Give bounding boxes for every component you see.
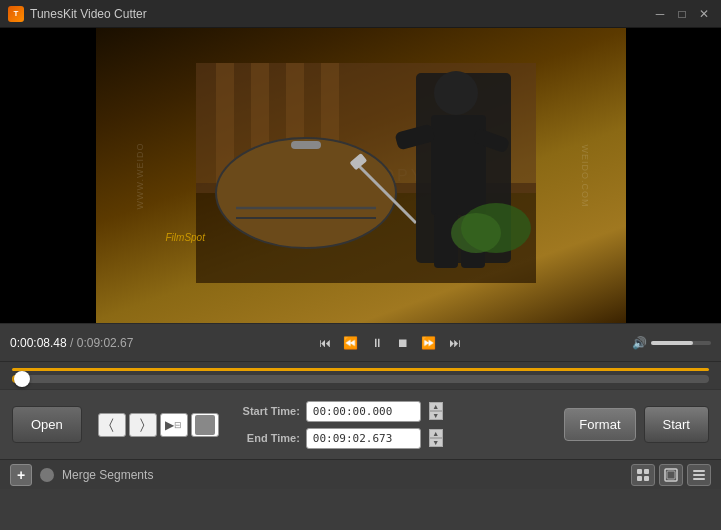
- frame-view-button[interactable]: [659, 464, 683, 486]
- stop-button[interactable]: ⏹: [391, 331, 415, 355]
- time-display: 0:00:08.48 / 0:09:02.67: [10, 336, 155, 350]
- svg-rect-29: [693, 474, 705, 476]
- maximize-button[interactable]: □: [673, 5, 691, 23]
- merge-indicator: [40, 468, 54, 482]
- volume-fill: [651, 341, 693, 345]
- watermark-right: WEIDO.COM: [579, 144, 589, 207]
- delete-segment-button[interactable]: [191, 413, 219, 437]
- status-right-buttons: [631, 464, 711, 486]
- add-segment-button[interactable]: +: [10, 464, 32, 486]
- grid-view-button[interactable]: [631, 464, 655, 486]
- svg-point-21: [451, 213, 501, 253]
- video-frame: WWW.WEIDO DON'T COPY WEIDO.COM: [96, 28, 626, 323]
- start-button[interactable]: Start: [644, 406, 709, 443]
- skip-to-start-button[interactable]: ⏮: [313, 331, 337, 355]
- svg-rect-8: [291, 141, 321, 149]
- svg-point-14: [434, 71, 478, 115]
- frame-icon: [664, 468, 678, 482]
- filmspot-watermark: FilmSpot: [166, 232, 205, 243]
- total-time: 0:09:02.67: [77, 336, 134, 350]
- step-forward-button[interactable]: ⏩: [417, 331, 441, 355]
- video-letterbox-left: [0, 28, 95, 323]
- end-time-up[interactable]: ▲: [429, 429, 443, 438]
- end-time-label: End Time:: [235, 432, 300, 444]
- list-icon: [692, 468, 706, 482]
- video-letterbox-right: [626, 28, 721, 323]
- segment-buttons-row: 〈 〉 ▶ ⊟: [98, 413, 219, 437]
- time-separator: /: [70, 336, 77, 350]
- volume-icon: 🔊: [632, 336, 647, 350]
- segment-controls: 〈 〉 ▶ ⊟: [98, 413, 219, 437]
- status-bar: + Merge Segments: [0, 459, 721, 489]
- list-view-button[interactable]: [687, 464, 711, 486]
- end-time-input[interactable]: [306, 428, 421, 449]
- svg-rect-27: [667, 471, 675, 479]
- svg-rect-15: [431, 115, 486, 215]
- end-time-spinner: ▲ ▼: [429, 429, 443, 447]
- play-segment-button[interactable]: ▶ ⊟: [160, 413, 188, 437]
- pause-button[interactable]: ⏸: [365, 331, 389, 355]
- bottom-toolbar: Open 〈 〉 ▶ ⊟ Start Time: ▲ ▼ End Time:: [0, 389, 721, 459]
- volume-section: 🔊: [632, 336, 711, 350]
- timeline-top-bar: [12, 368, 709, 371]
- end-time-row: End Time: ▲ ▼: [235, 428, 557, 449]
- playback-controls: ⏮ ⏪ ⏸ ⏹ ⏩ ⏭: [313, 331, 467, 355]
- start-time-label: Start Time:: [235, 405, 300, 417]
- minimize-button[interactable]: ─: [651, 5, 669, 23]
- mark-in-button[interactable]: 〈: [98, 413, 126, 437]
- watermark-left: WWW.WEIDO: [134, 142, 144, 209]
- skip-to-end-button[interactable]: ⏭: [443, 331, 467, 355]
- grid-icon: [636, 468, 650, 482]
- svg-rect-22: [637, 469, 642, 474]
- end-time-down[interactable]: ▼: [429, 438, 443, 447]
- open-button[interactable]: Open: [12, 406, 82, 443]
- current-time: 0:00:08.48: [10, 336, 67, 350]
- close-button[interactable]: ✕: [695, 5, 713, 23]
- svg-rect-30: [693, 478, 705, 480]
- start-time-down[interactable]: ▼: [429, 411, 443, 420]
- video-content-svg: [196, 63, 536, 283]
- mark-out-button[interactable]: 〉: [129, 413, 157, 437]
- title-bar: T TunesKit Video Cutter ─ □ ✕: [0, 0, 721, 28]
- svg-rect-24: [637, 476, 642, 481]
- step-back-button[interactable]: ⏪: [339, 331, 363, 355]
- merge-segments-label: Merge Segments: [62, 468, 623, 482]
- svg-rect-28: [693, 470, 705, 472]
- play-icon: ▶: [165, 418, 174, 432]
- svg-rect-25: [644, 476, 649, 481]
- timeline-track[interactable]: [12, 375, 709, 383]
- delete-icon: [195, 415, 215, 435]
- format-button[interactable]: Format: [564, 408, 635, 441]
- time-fields: Start Time: ▲ ▼ End Time: ▲ ▼: [235, 401, 557, 449]
- controls-bar: 0:00:08.48 / 0:09:02.67 ⏮ ⏪ ⏸ ⏹ ⏩ ⏭ 🔊: [0, 323, 721, 361]
- start-time-up[interactable]: ▲: [429, 402, 443, 411]
- timeline-section[interactable]: [0, 361, 721, 389]
- svg-rect-23: [644, 469, 649, 474]
- timeline-handle[interactable]: [14, 371, 30, 387]
- start-time-row: Start Time: ▲ ▼: [235, 401, 557, 422]
- volume-bar[interactable]: [651, 341, 711, 345]
- start-time-spinner: ▲ ▼: [429, 402, 443, 420]
- start-time-input[interactable]: [306, 401, 421, 422]
- app-title: TunesKit Video Cutter: [30, 7, 651, 21]
- app-icon: T: [8, 6, 24, 22]
- video-area: WWW.WEIDO DON'T COPY WEIDO.COM: [0, 28, 721, 323]
- window-controls: ─ □ ✕: [651, 5, 713, 23]
- play-segment-icon: ⊟: [174, 420, 182, 430]
